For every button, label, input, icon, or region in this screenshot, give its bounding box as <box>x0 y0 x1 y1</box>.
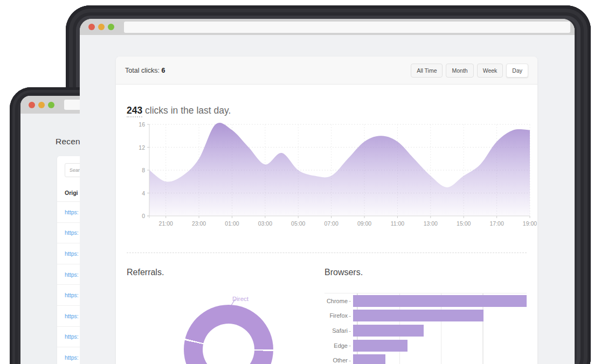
x-tick-label: 17:00 <box>489 220 503 227</box>
x-tick-label: 23:00 <box>192 220 206 227</box>
bar-other <box>353 354 385 364</box>
x-tick-label: 01:00 <box>225 220 239 227</box>
referrals-section: Referrals. Direct <box>127 253 324 364</box>
time-filter-group: All TimeMonthWeekDay <box>411 64 528 78</box>
zoom-button-icon[interactable] <box>48 102 54 108</box>
x-tick-label: 13:00 <box>424 220 438 227</box>
referrals-title: Referrals. <box>127 267 324 278</box>
y-tick-label: 4 <box>142 190 145 197</box>
bar-track <box>353 325 527 337</box>
time-filter-month[interactable]: Month <box>446 64 473 78</box>
time-filter-all-time[interactable]: All Time <box>411 64 443 78</box>
y-tick-label: 16 <box>139 121 145 128</box>
referrals-donut-wrap: Direct <box>184 305 273 364</box>
bar-firefox <box>353 310 484 321</box>
bar-row: Other <box>324 353 527 364</box>
y-tick-label: 0 <box>142 213 145 219</box>
bar-track <box>353 310 527 321</box>
x-tick-label: 15:00 <box>457 220 471 227</box>
total-clicks-value: 6 <box>161 67 165 74</box>
front-titlebar <box>80 19 575 35</box>
bar-row: Edge <box>324 338 527 353</box>
time-filter-week[interactable]: Week <box>477 64 503 78</box>
bar-category-label: Chrome <box>324 298 353 304</box>
analytics-card-header: Total clicks: 6 All TimeMonthWeekDay <box>116 57 537 85</box>
bar-edge <box>353 340 407 352</box>
bar-chrome <box>353 295 527 307</box>
analytics-card-body: 243 clicks in the last day. 048121621:00… <box>116 104 537 364</box>
front-browser-content: Total clicks: 6 All TimeMonthWeekDay 243… <box>80 19 575 364</box>
y-tick-label: 12 <box>139 144 145 151</box>
minimize-button-icon[interactable] <box>98 24 105 30</box>
x-tick-label: 05:00 <box>291 220 305 227</box>
x-tick-label: 07:00 <box>324 220 339 227</box>
short-link[interactable]: https: <box>65 354 79 361</box>
bar-row: Chrome <box>324 293 527 309</box>
clicks-headline: 243 clicks in the last day. <box>127 104 527 117</box>
bar-category-label: Firefox <box>324 312 353 319</box>
short-link[interactable]: https: <box>65 250 79 257</box>
front-url-bar[interactable] <box>124 22 570 33</box>
total-clicks: Total clicks: 6 <box>125 67 165 74</box>
bar-row: Firefox <box>324 309 527 324</box>
bar-category-label: Other <box>324 357 353 363</box>
x-tick-label: 11:00 <box>391 220 405 227</box>
short-link[interactable]: https: <box>65 209 79 215</box>
minimize-button-icon[interactable] <box>38 102 45 108</box>
analytics-card: Total clicks: 6 All TimeMonthWeekDay 243… <box>116 57 537 364</box>
total-clicks-label: Total clicks: <box>125 67 160 74</box>
y-tick-label: 8 <box>142 167 145 173</box>
short-link[interactable]: https: <box>65 229 79 236</box>
zoom-button-icon[interactable] <box>108 24 114 30</box>
screenshot-canvas: Recen Origi https:https:https:https:http… <box>0 0 594 364</box>
short-link[interactable]: https: <box>65 313 79 319</box>
close-button-icon[interactable] <box>29 102 35 108</box>
short-link[interactable]: https: <box>65 292 79 298</box>
time-filter-day[interactable]: Day <box>506 64 528 78</box>
area-series <box>149 123 530 216</box>
clicks-area-chart: 048121621:0023:0001:0003:0005:0007:0009:… <box>116 119 537 233</box>
x-tick-label: 09:00 <box>357 220 371 227</box>
bar-category-label: Safari <box>324 327 353 334</box>
browsers-title: Browsers. <box>324 267 527 278</box>
bar-track <box>353 340 527 352</box>
clicks-headline-text: clicks in the last day. <box>142 105 231 116</box>
x-tick-label: 21:00 <box>159 220 173 227</box>
browsers-section: Browsers. ChromeFirefoxSafariEdgeOther <box>324 253 527 364</box>
browsers-bar-chart: ChromeFirefoxSafariEdgeOther <box>324 293 527 364</box>
bar-category-label: Edge <box>324 342 353 349</box>
clicks-count: 243 <box>127 105 142 117</box>
x-tick-label: 19:00 <box>523 220 537 227</box>
bar-track <box>353 295 527 307</box>
short-link[interactable]: https: <box>65 333 79 340</box>
x-tick-label: 03:00 <box>258 220 272 227</box>
bar-row: Safari <box>324 323 527 338</box>
bar-safari <box>353 325 424 337</box>
close-button-icon[interactable] <box>88 24 95 30</box>
referrals-donut-chart <box>184 305 273 364</box>
bar-track <box>353 354 527 364</box>
short-link[interactable]: https: <box>65 271 79 278</box>
